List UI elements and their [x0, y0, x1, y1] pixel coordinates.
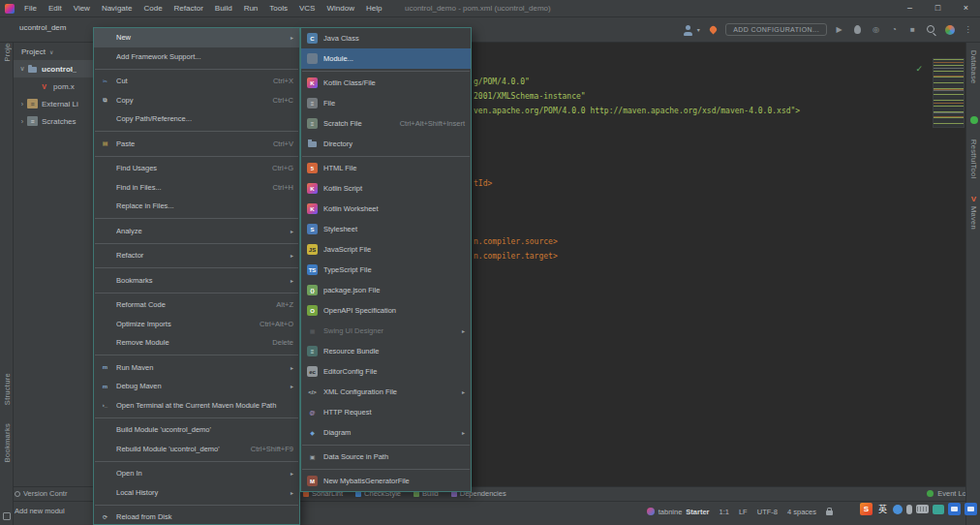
- caret-down-icon[interactable]: ▾: [695, 23, 701, 37]
- menubar-code[interactable]: Code: [138, 0, 168, 16]
- menu-item-package-json-file[interactable]: {} package.json File: [301, 280, 471, 300]
- menu-item-kotlin-class-file[interactable]: K Kotlin Class/File: [301, 73, 471, 93]
- profile-icon[interactable]: [682, 23, 694, 37]
- menu-item-xml-configuration-file[interactable]: </> XML Configuration File: [301, 382, 471, 402]
- tool-tab-restfultool[interactable]: RestfulTool: [966, 139, 980, 178]
- tabnine-widget[interactable]: tabnine Starter: [647, 508, 710, 516]
- close-button[interactable]: ×: [952, 0, 980, 16]
- menu-item-analyze[interactable]: Analyze: [94, 222, 299, 241]
- menu-item-optimize-imports[interactable]: Optimize Imports Ctrl+Alt+O: [94, 315, 299, 334]
- run-play-icon[interactable]: ▶: [833, 23, 845, 37]
- menubar-help[interactable]: Help: [360, 0, 387, 16]
- search-everywhere-icon[interactable]: [925, 23, 937, 37]
- menu-item-refactor[interactable]: Refactor: [94, 246, 299, 265]
- hide-tool-windows-icon[interactable]: [3, 512, 11, 520]
- tray-window-icon-2[interactable]: [965, 503, 977, 515]
- menubar-run[interactable]: Run: [238, 0, 264, 16]
- menu-item-local-history[interactable]: Local History: [94, 483, 299, 503]
- menu-item-swing-ui-designer[interactable]: ▦ Swing UI Designer: [301, 321, 471, 341]
- menu-item-run-maven[interactable]: m Run Maven: [94, 358, 299, 378]
- minimap[interactable]: [933, 58, 965, 128]
- menu-item-diagram[interactable]: ◆ Diagram: [301, 422, 471, 443]
- menu-item-paste[interactable]: ▤ Paste Ctrl+V: [94, 135, 299, 154]
- readonly-lock-icon[interactable]: [826, 510, 833, 515]
- flame-icon[interactable]: [707, 23, 720, 37]
- breadcrumb[interactable]: ucontrol_dem: [19, 23, 66, 32]
- menu-item-new-mybatis-generator-file[interactable]: M New MybatisGeneratorFile: [301, 471, 471, 491]
- menu-item-find-in-files[interactable]: Find in Files... Ctrl+H: [94, 178, 299, 198]
- tree-chevron-icon[interactable]: ›: [17, 118, 27, 125]
- tool-tab-bookmarks[interactable]: Bookmarks: [0, 423, 14, 462]
- input-mic-icon[interactable]: [906, 505, 912, 514]
- menubar-tools[interactable]: Tools: [263, 0, 293, 16]
- status-indent[interactable]: 4 spaces: [787, 508, 816, 516]
- menubar-view[interactable]: View: [68, 0, 96, 16]
- menu-item-openapi-specification[interactable]: O OpenAPI Specification: [301, 300, 471, 321]
- maximize-button[interactable]: □: [924, 0, 952, 16]
- menu-item-copy-path-reference[interactable]: Copy Path/Reference...: [94, 109, 299, 129]
- menubar-edit[interactable]: Edit: [43, 0, 68, 16]
- menu-item-scratch-file[interactable]: ≡ Scratch File Ctrl+Alt+Shift+Insert: [301, 113, 471, 134]
- menu-item-kotlin-worksheet[interactable]: K Kotlin Worksheet: [301, 199, 471, 219]
- menu-item-typescript-file[interactable]: TS TypeScript File: [301, 260, 471, 280]
- status-caret-position[interactable]: 1:1: [720, 508, 729, 516]
- add-configuration-button[interactable]: ADD CONFIGURATION...: [725, 23, 827, 36]
- menu-item-resource-bundle[interactable]: ≡ Resource Bundle: [301, 341, 471, 361]
- tool-tab-version-control[interactable]: Version Contr: [15, 489, 67, 498]
- event-log-button[interactable]: Event Log: [927, 489, 970, 498]
- tray-window-icon-1[interactable]: [948, 503, 961, 515]
- language-mode-icon[interactable]: 英: [876, 503, 889, 515]
- menu-item-cut[interactable]: ✂ Cut Ctrl+X: [94, 72, 299, 91]
- menu-item-new[interactable]: New: [94, 28, 299, 47]
- status-line-ending[interactable]: LF: [739, 508, 748, 516]
- menu-item-editorconfig-file[interactable]: ec EditorConfig File: [301, 361, 471, 382]
- menu-item-copy[interactable]: ⧉ Copy Ctrl+C: [94, 91, 299, 110]
- input-emoji-icon[interactable]: [893, 505, 903, 514]
- menu-item-add-framework-support[interactable]: Add Framework Support...: [94, 47, 299, 67]
- menubar-window[interactable]: Window: [321, 0, 359, 16]
- menu-item-remove-module[interactable]: Remove Module Delete: [94, 333, 299, 353]
- debug-icon[interactable]: [851, 23, 864, 37]
- minimize-button[interactable]: –: [896, 0, 924, 16]
- tool-tab-maven[interactable]: VMaven: [966, 196, 980, 230]
- sogou-input-icon[interactable]: S: [860, 503, 873, 515]
- input-keyboard-icon[interactable]: [916, 505, 929, 513]
- menubar-navigate[interactable]: Navigate: [96, 0, 138, 16]
- project-view-selector[interactable]: Project: [21, 47, 46, 56]
- menu-item-stylesheet[interactable]: S Stylesheet: [301, 219, 471, 239]
- tool-tab-database[interactable]: Database: [966, 50, 980, 84]
- menu-item-file[interactable]: ≡ File: [301, 93, 471, 113]
- menubar-build[interactable]: Build: [209, 0, 238, 16]
- menubar-vcs[interactable]: VCS: [293, 0, 321, 16]
- tree-chevron-icon[interactable]: ∨: [17, 65, 27, 73]
- ide-avatar-icon[interactable]: [943, 23, 956, 37]
- screenshot-tool-icon[interactable]: [933, 505, 944, 514]
- menu-item-open-terminal[interactable]: ›_ Open Terminal at the Current Maven Mo…: [94, 396, 299, 416]
- more-options-icon[interactable]: ⋮: [962, 23, 974, 37]
- menu-item-directory[interactable]: Directory: [301, 134, 471, 154]
- menu-item-module[interactable]: Module...: [301, 48, 471, 69]
- menu-item-java-class[interactable]: C Java Class: [301, 28, 471, 48]
- tree-chevron-icon[interactable]: ›: [17, 101, 27, 108]
- menu-item-javascript-file[interactable]: JS JavaScript File: [301, 239, 471, 260]
- menu-item-open-in[interactable]: Open In: [94, 464, 299, 483]
- coverage-icon[interactable]: ◎: [870, 23, 882, 37]
- tool-tab-structure[interactable]: Structure: [0, 373, 14, 405]
- menu-item-reload-from-disk[interactable]: ⟳ Reload from Disk: [94, 508, 299, 525]
- menu-item-replace-in-files[interactable]: Replace in Files...: [94, 197, 299, 216]
- menu-item-debug-maven[interactable]: m Debug Maven: [94, 377, 299, 396]
- menubar-refactor[interactable]: Refactor: [168, 0, 209, 16]
- menu-item-html-file[interactable]: 5 HTML File: [301, 158, 471, 178]
- menu-item-rebuild-module[interactable]: Rebuild Module 'ucontrol_demo' Ctrl+Shif…: [94, 440, 299, 459]
- stop-icon[interactable]: ■: [906, 23, 919, 37]
- status-encoding[interactable]: UTF-8: [757, 508, 778, 516]
- tool-tab-codota[interactable]: [966, 116, 980, 124]
- menu-item-data-source-in-path[interactable]: ▣ Data Source in Path: [301, 447, 471, 467]
- menu-item-find-usages[interactable]: Find Usages Ctrl+G: [94, 159, 299, 178]
- menu-item-reformat-code[interactable]: Reformat Code Alt+Z: [94, 295, 299, 315]
- menu-item-http-request[interactable]: @ HTTP Request: [301, 402, 471, 422]
- menu-item-bookmarks[interactable]: Bookmarks: [94, 271, 299, 291]
- menu-item-build-module[interactable]: Build Module 'ucontrol_demo': [94, 420, 299, 440]
- menu-item-kotlin-script[interactable]: K Kotlin Script: [301, 178, 471, 199]
- menubar-file[interactable]: File: [18, 0, 43, 16]
